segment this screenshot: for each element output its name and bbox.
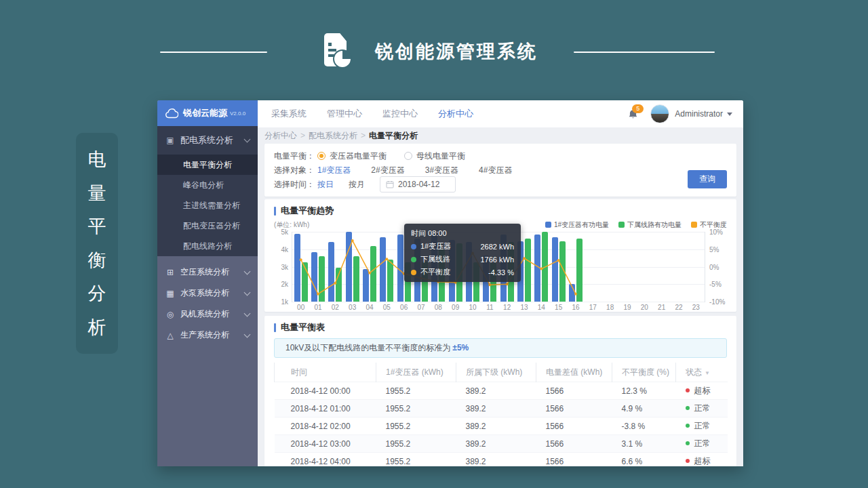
notification-bell[interactable]: 5 (628, 109, 638, 119)
object-option-2[interactable]: 2#变压器 (371, 165, 404, 176)
board-char-2: 量 (88, 181, 106, 205)
tooltip-row-1: 1#变压器2682 kWh (411, 241, 514, 251)
status-badge: 正常 (694, 421, 711, 430)
sidebar-subitem-2[interactable]: 峰谷电分析 (157, 175, 258, 195)
user-name[interactable]: Administrator (675, 109, 723, 119)
sort-filter-icon[interactable]: ▼ (705, 370, 710, 376)
legend-swatch (691, 222, 697, 228)
x-tick: 14 (538, 304, 545, 311)
balance-radio-label: 变压器电量平衡 (330, 150, 387, 162)
column-header-2[interactable]: 1#变压器 (kWh) (376, 363, 456, 382)
cell-status: 正常 (676, 400, 728, 418)
chart-plot-area[interactable]: 时间 08:00 1#变压器2682 kWh下属线路1766 kWh不平衡度-4… (292, 232, 705, 302)
cell-status: 正常 (676, 418, 728, 435)
balance-radio-1[interactable]: 变压器电量平衡 (317, 150, 387, 162)
y-left-tick: 1k (281, 298, 288, 306)
sidebar-group-distribution[interactable]: ▣ 配电系统分析 (157, 126, 258, 155)
breadcrumb-item-2[interactable]: 配电系统分析 (309, 130, 357, 142)
column-header-3[interactable]: 所属下级 (kWh) (456, 363, 536, 382)
time-mode-2[interactable]: 按月 (349, 179, 365, 190)
tooltip-series-dot (411, 244, 416, 249)
x-tick: 02 (332, 304, 339, 311)
x-tick: 20 (641, 304, 648, 311)
sidebar-group-label: 生产系统分析 (180, 329, 229, 341)
x-tick: 07 (417, 304, 425, 311)
x-tick: 12 (503, 304, 511, 311)
sidebar-group-2[interactable]: ▦水泵系统分析 (157, 283, 258, 304)
x-axis: 0001020304050607080910111213141516171819… (292, 304, 705, 312)
chevron-down-icon (244, 136, 251, 143)
cell-transformer: 1955.2 (376, 382, 456, 400)
y-left-tick: 5k (281, 228, 288, 236)
cell-status: 超标 (676, 453, 728, 467)
date-picker[interactable]: 2018-04-12 (380, 176, 456, 192)
object-option-1[interactable]: 1#变压器 (317, 165, 351, 176)
compressor-icon: ⊞ (165, 268, 175, 277)
column-header-1[interactable]: 时间 (275, 363, 376, 382)
document-pie-icon (320, 33, 354, 72)
status-dot (686, 459, 690, 463)
x-tick: 06 (400, 304, 408, 311)
vertical-title-board: 电量平衡分析 (76, 133, 118, 354)
legend-swatch (618, 222, 625, 228)
column-header-6[interactable]: 状态▼ (676, 363, 728, 382)
status-badge: 正常 (694, 439, 711, 448)
column-header-5[interactable]: 不平衡度 (%) (612, 363, 676, 382)
filter-card: 电量平衡： 变压器电量平衡母线电量平衡 选择对象： 1#变压器2#变压器3#变压… (264, 144, 736, 197)
status-dot (686, 424, 690, 428)
legend-item-2[interactable]: 下属线路有功电量 (618, 220, 682, 230)
column-header-4[interactable]: 电量差值 (kWh) (536, 363, 612, 382)
status-badge: 正常 (694, 403, 711, 413)
sidebar-subitem-5[interactable]: 配电线路分析 (157, 236, 258, 256)
avatar[interactable] (650, 104, 669, 123)
table-title-row: 电量平衡表 (274, 321, 727, 333)
topnav-item-3[interactable]: 监控中心 (382, 108, 418, 120)
legend-swatch (545, 222, 551, 228)
notification-badge: 5 (632, 104, 644, 113)
user-menu-caret-icon[interactable] (727, 113, 732, 116)
page-title: 锐创能源管理系统 (375, 39, 538, 64)
header-right-line (574, 52, 715, 53)
sidebar-subitem-3[interactable]: 主进线需量分析 (157, 195, 258, 216)
tooltip-series-label: 1#变压器 (420, 241, 451, 251)
chart-card: 电量平衡趋势 (单位: kWh) 1#变压器有功电量下属线路有功电量不平衡度 5… (264, 199, 736, 312)
object-option-3[interactable]: 3#变压器 (425, 165, 458, 176)
topnav-item-1[interactable]: 采集系统 (271, 108, 307, 120)
cell-status: 超标 (676, 382, 728, 400)
sidebar-group-3[interactable]: ◎风机系统分析 (157, 304, 258, 325)
cell-subordinate: 389.2 (456, 418, 536, 435)
chart-legend: 1#变压器有功电量下属线路有功电量不平衡度 (536, 220, 727, 230)
cell-subordinate: 389.2 (456, 382, 536, 400)
sidebar-group-4[interactable]: △生产系统分析 (157, 325, 258, 346)
tooltip-row-2: 下属线路1766 kWh (411, 254, 514, 264)
tooltip-time: 时间 08:00 (411, 228, 514, 239)
cell-unbalance: -3.8 % (612, 418, 676, 435)
breadcrumb-separator: > (361, 131, 366, 140)
table-row: 2018-4-12 03:001955.2389.215663.1 %正常 (275, 435, 728, 453)
sidebar-group-1[interactable]: ⊞空压系统分析 (157, 262, 258, 283)
sidebar-subitem-1[interactable]: 电量平衡分析 (157, 155, 258, 175)
sidebar-subitem-4[interactable]: 配电变压器分析 (157, 216, 258, 236)
topnav-right: 5 Administrator (628, 104, 732, 123)
x-tick: 15 (555, 304, 562, 311)
object-option-4[interactable]: 4#变压器 (479, 165, 512, 176)
y-right-tick: -5% (709, 281, 722, 288)
status-badge: 超标 (694, 456, 711, 466)
cell-difference: 1566 (536, 418, 612, 435)
breadcrumb-item-1[interactable]: 分析中心 (264, 130, 297, 142)
gridline (292, 302, 705, 302)
sidebar-logo[interactable]: 锐创云能源 V2.0.0 (157, 100, 258, 126)
balance-type-label: 电量平衡： (274, 150, 317, 162)
status-dot (686, 388, 690, 392)
sidebar-group-label: 空压系统分析 (180, 266, 229, 278)
legend-item-1[interactable]: 1#变压器有功电量 (545, 220, 609, 230)
topnav-item-2[interactable]: 管理中心 (327, 108, 362, 120)
query-button[interactable]: 查询 (688, 170, 727, 188)
cell-difference: 1566 (536, 453, 612, 467)
balance-radio-2[interactable]: 母线电量平衡 (404, 150, 465, 162)
y-left-tick: 3k (281, 263, 288, 270)
topnav-item-4[interactable]: 分析中心 (438, 108, 473, 120)
table-row: 2018-4-12 04:001955.2389.215666.6 %超标 (275, 453, 728, 467)
notice-threshold: ±5% (452, 343, 469, 352)
time-mode-1[interactable]: 按日 (317, 179, 334, 190)
